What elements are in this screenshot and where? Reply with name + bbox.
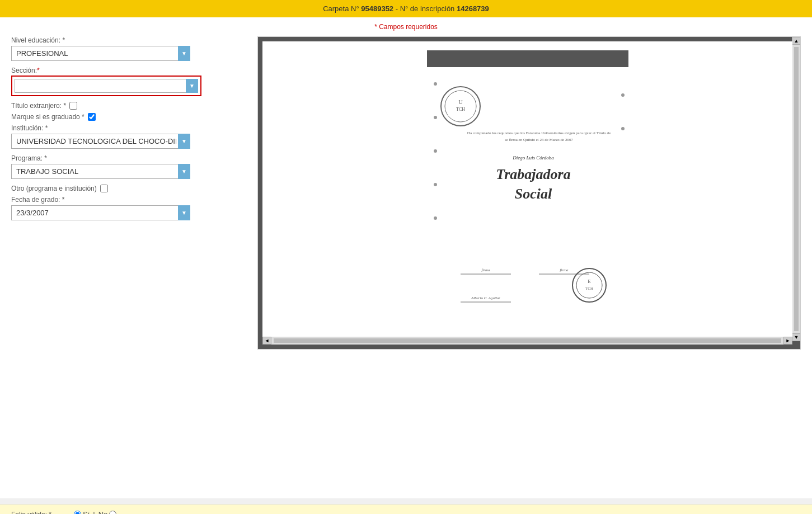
right-panel: ▲ ▼ (257, 36, 801, 350)
svg-text:firma: firma (481, 268, 490, 272)
seccion-input[interactable] (15, 79, 198, 93)
folio-section: Folio válido: * Sí | No (0, 504, 812, 514)
vertical-scrollbar[interactable]: ▲ ▼ (792, 37, 800, 341)
banner-inscripcion-label: - N° de inscripción (396, 4, 455, 13)
graduado-label: Marque si es graduado * (11, 113, 85, 121)
institucion-label: Institución: * (11, 124, 246, 132)
graduado-checkbox[interactable] (88, 113, 96, 121)
svg-point-4 (434, 149, 437, 153)
svg-point-5 (434, 183, 437, 186)
titulo-extranjero-row: Título extranjero: * (11, 102, 246, 110)
institucion-select-wrapper: UNIVERSIDAD TECNOLOGICA DEL CHOCO-DII ▼ (11, 134, 190, 149)
document-inner: U TCH Trabajadora Social Ha completado l… (262, 41, 792, 345)
programa-group: Programa: * TRABAJO SOCIAL ▼ (11, 154, 246, 179)
folio-separator: | (93, 510, 95, 514)
svg-text:Trabajadora: Trabajadora (496, 166, 570, 182)
required-note: * Campos requeridos (11, 23, 801, 31)
svg-text:firma: firma (560, 268, 569, 272)
banner-carpeta-num: 95489352 (361, 4, 393, 13)
folio-no-radio[interactable] (109, 511, 116, 514)
scroll-down-icon[interactable]: ▼ (792, 333, 801, 341)
folio-no-label: No (98, 510, 108, 514)
certificate-svg: U TCH Trabajadora Social Ha completado l… (427, 50, 628, 336)
horizontal-scrollbar[interactable]: ◄ ► (262, 337, 792, 345)
svg-text:Alberto C. Aguilar: Alberto C. Aguilar (470, 296, 500, 300)
seccion-label: Sección:* (11, 67, 246, 74)
scroll-v-track[interactable] (794, 47, 799, 331)
svg-rect-1 (427, 50, 628, 67)
svg-point-6 (434, 216, 437, 220)
titulo-extranjero-checkbox[interactable] (69, 102, 77, 110)
svg-text:U: U (458, 99, 463, 105)
scroll-left-icon[interactable]: ◄ (262, 337, 271, 345)
document-viewer: ▲ ▼ (257, 36, 801, 350)
titulo-extranjero-label: Título extranjero: * (11, 102, 66, 110)
scroll-up-icon[interactable]: ▲ (792, 37, 801, 45)
svg-text:Social: Social (514, 186, 552, 202)
programa-label: Programa: * (11, 154, 246, 162)
nivel-educacion-select-wrapper: PROFESIONAL TECNICO TECNOLOGICO ▼ (11, 46, 190, 61)
otro-row: Otro (programa e institución) (11, 185, 246, 192)
svg-text:E: E (588, 279, 591, 284)
left-panel: Nivel educación: * PROFESIONAL TECNICO T… (11, 36, 246, 350)
banner-carpeta-label: Carpeta N° (323, 4, 359, 13)
fecha-grado-select-wrapper: 23/3/2007 ▼ (11, 205, 190, 220)
seccion-group: Sección:* ▼ (11, 67, 246, 96)
fecha-grado-group: Fecha de grado: * 23/3/2007 ▼ (11, 196, 246, 220)
fecha-grado-label: Fecha de grado: * (11, 196, 246, 204)
fecha-grado-select[interactable]: 23/3/2007 (11, 205, 190, 220)
folio-si-label: Sí (83, 510, 90, 514)
svg-text:Ha completado los requisitos q: Ha completado los requisitos que los Est… (467, 131, 610, 135)
top-banner: Carpeta N° 95489352 - N° de inscripción … (0, 0, 812, 17)
nivel-educacion-label: Nivel educación: * (11, 36, 246, 44)
banner-inscripcion-num: 14268739 (457, 4, 489, 13)
svg-text:se firma en Quibdó el 23 de Ma: se firma en Quibdó el 23 de Marzo de 200… (505, 138, 573, 142)
svg-text:Diego Luis Córdoba: Diego Luis Córdoba (512, 155, 554, 161)
folio-si-radio[interactable] (74, 511, 81, 514)
svg-point-7 (621, 93, 625, 97)
programa-select-wrapper: TRABAJO SOCIAL ▼ (11, 164, 190, 179)
scroll-h-track[interactable] (274, 338, 781, 343)
svg-point-8 (621, 127, 625, 130)
folio-si-option[interactable]: Sí (74, 510, 90, 514)
svg-point-2 (434, 82, 437, 86)
scroll-right-icon[interactable]: ► (783, 337, 792, 345)
otro-label: Otro (programa e institución) (11, 185, 97, 192)
seccion-wrapper: ▼ (11, 76, 201, 96)
svg-point-3 (434, 116, 437, 119)
seccion-inner: ▼ (15, 79, 198, 93)
institucion-select[interactable]: UNIVERSIDAD TECNOLOGICA DEL CHOCO-DII (11, 134, 190, 149)
institucion-group: Institución: * UNIVERSIDAD TECNOLOGICA D… (11, 124, 246, 149)
programa-select[interactable]: TRABAJO SOCIAL (11, 164, 190, 179)
nivel-educacion-select[interactable]: PROFESIONAL TECNICO TECNOLOGICO (11, 46, 190, 61)
svg-text:TCH: TCH (585, 286, 593, 291)
folio-label: Folio válido: * (11, 511, 51, 515)
folio-options: Sí | No (74, 510, 116, 514)
otro-checkbox[interactable] (100, 185, 108, 192)
svg-text:TCH: TCH (456, 107, 465, 112)
folio-no-option[interactable]: No (98, 510, 117, 514)
nivel-educacion-group: Nivel educación: * PROFESIONAL TECNICO T… (11, 36, 246, 61)
graduado-row: Marque si es graduado * (11, 113, 246, 121)
